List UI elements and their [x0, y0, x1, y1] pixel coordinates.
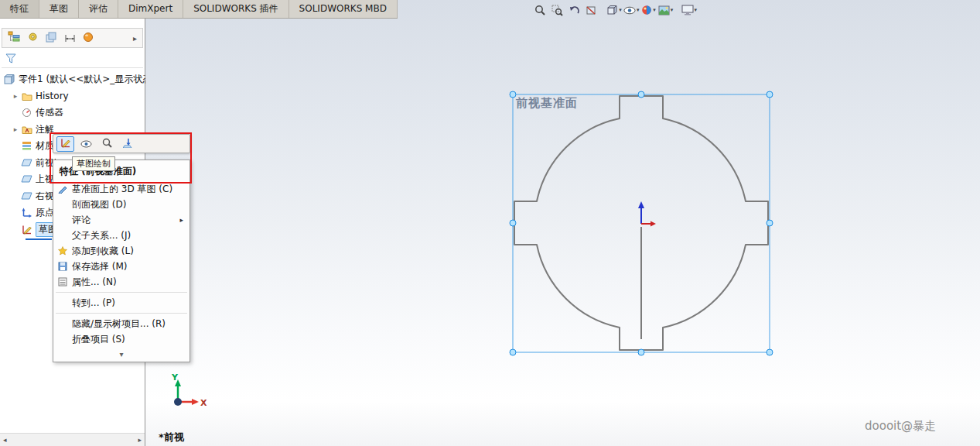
eye-icon: [80, 136, 92, 151]
manager-tab-toolbar: ▸: [2, 28, 143, 48]
panel-horizontal-scrollbar[interactable]: ◂ ▸: [0, 433, 145, 446]
menu-expand-chevron[interactable]: ▾: [53, 347, 190, 360]
configurationmanager-icon[interactable]: [46, 31, 57, 46]
menu-item-3d-sketch-on-plane[interactable]: 基准面上的 3D 草图 (C): [53, 181, 190, 197]
watermark-text: doooit@暴走: [865, 419, 936, 434]
tree-item-history[interactable]: ▸ History: [0, 88, 145, 104]
rollback-bar[interactable]: [26, 238, 52, 240]
plane-icon: [20, 190, 33, 202]
menu-item-go-to[interactable]: 转到... (P): [53, 295, 190, 310]
zoom-area-icon[interactable]: [549, 3, 565, 17]
tab-evaluate[interactable]: 评估: [79, 0, 118, 18]
expand-arrow-icon[interactable]: ▸: [11, 125, 20, 133]
menu-item-properties[interactable]: 属性... (N): [53, 274, 190, 290]
apply-scene-icon[interactable]: ▾: [658, 3, 674, 17]
favorite-star-icon: [53, 246, 72, 256]
tree-item-label: 注解: [36, 123, 54, 136]
menu-item-comment[interactable]: 评论 ▸: [53, 212, 190, 228]
dropdown-caret[interactable]: ▾: [637, 7, 640, 13]
scroll-left-arrow[interactable]: ◂: [3, 436, 7, 444]
history-folder-icon: [20, 91, 33, 102]
dropdown-caret[interactable]: ▾: [695, 7, 698, 13]
tab-sketch[interactable]: 草图: [39, 0, 79, 18]
save-selection-icon: [53, 262, 72, 271]
origin-icon: [20, 207, 33, 218]
tree-filter-row[interactable]: [2, 51, 143, 68]
menu-item-save-selection[interactable]: 保存选择 (M): [53, 259, 190, 274]
tab-dimxpert[interactable]: DimXpert: [118, 0, 183, 18]
filter-funnel-icon[interactable]: [5, 52, 16, 67]
context-toolbar: [53, 134, 190, 153]
tree-item-label: 原点: [36, 206, 54, 219]
menu-item-add-to-favorites[interactable]: 添加到收藏 (L): [53, 243, 190, 259]
tree-root-label: 零件1 (默认<<默认>_显示状态: [19, 73, 145, 86]
tooltip-sketch: 草图绘制: [72, 156, 115, 171]
normal-to-button[interactable]: [119, 136, 137, 152]
expand-arrow-icon[interactable]: ▸: [11, 92, 20, 100]
tree-item-label: 材质: [36, 139, 54, 153]
section-view-icon[interactable]: [583, 3, 599, 17]
displaymanager-icon[interactable]: [83, 31, 94, 46]
zoom-fit-icon[interactable]: [532, 3, 548, 17]
tree-root-part[interactable]: 零件1 (默认<<默认>_显示状态: [0, 71, 145, 87]
dropdown-caret[interactable]: ▾: [653, 7, 656, 13]
edit-appearance-icon[interactable]: ▾: [641, 3, 657, 17]
hide-show-items-icon[interactable]: ▾: [623, 3, 640, 17]
tree-item-label: 传感器: [36, 106, 63, 119]
propertymanager-icon[interactable]: [27, 31, 39, 46]
magnifier-icon: [102, 136, 112, 151]
dropdown-caret[interactable]: ▾: [619, 7, 622, 13]
tree-item-sensors[interactable]: 传感器: [0, 105, 145, 120]
menu-item-hide-show-tree-items[interactable]: 隐藏/显示树项目... (R): [53, 316, 190, 331]
tab-solidworks-addins[interactable]: SOLIDWORKS 插件: [183, 0, 289, 18]
sketch-tool-icon: [60, 136, 71, 151]
menu-item-collapse-items[interactable]: 折叠项目 (S): [53, 331, 190, 347]
solidworks-window: Y X 前视基准面 *前视 doooit@暴走 特征 草图 评估 DimXper…: [0, 0, 980, 446]
plane-name-label[interactable]: 前视基准面: [516, 96, 578, 111]
submenu-arrow-icon: ▸: [179, 216, 183, 224]
display-style-icon[interactable]: ▾: [606, 3, 622, 17]
dimxpertmanager-icon[interactable]: [64, 31, 76, 46]
panel-expand-chevron[interactable]: ▸: [133, 34, 137, 43]
hide-show-button[interactable]: [77, 136, 95, 152]
tab-solidworks-mbd[interactable]: SOLIDWORKS MBD: [289, 0, 398, 18]
dropdown-caret[interactable]: ▾: [671, 7, 674, 13]
material-icon: [20, 140, 33, 152]
menu-item-section-view[interactable]: 剖面视图 (D): [53, 197, 190, 212]
view-orientation-status: *前视: [159, 431, 184, 444]
previous-view-icon[interactable]: [566, 3, 582, 17]
heads-up-toolbar: ▾ ▾ ▾ ▾ ▾: [532, 2, 697, 18]
tab-features[interactable]: 特征: [0, 0, 39, 18]
menu-separator: [56, 292, 187, 293]
annotations-folder-icon: [20, 124, 33, 136]
sketch-icon: [20, 224, 33, 235]
properties-icon: [53, 277, 72, 286]
featuremanager-tree-icon[interactable]: [8, 31, 20, 46]
plane-icon: [20, 157, 33, 169]
zoom-to-selection-button[interactable]: [98, 136, 116, 152]
sketch-tool-button[interactable]: [56, 136, 74, 152]
normal-to-icon: [123, 136, 134, 151]
menu-separator: [56, 313, 187, 314]
plane-icon: [20, 173, 33, 185]
scroll-right-arrow[interactable]: ▸: [138, 436, 142, 444]
menu-item-parent-child[interactable]: 父子关系... (J): [53, 228, 190, 243]
commandmanager-tabstrip: 特征 草图 评估 DimXpert SOLIDWORKS 插件 SOLIDWOR…: [0, 0, 398, 19]
context-menu: 特征 (前视基准面) 基准面上的 3D 草图 (C) 剖面视图 (D) 评论 ▸…: [53, 160, 190, 362]
sensor-icon: [20, 107, 33, 118]
tree-item-label: History: [36, 91, 69, 101]
view-settings-icon[interactable]: ▾: [681, 3, 698, 17]
3d-sketch-icon: [53, 184, 72, 194]
part-icon: [3, 74, 16, 85]
